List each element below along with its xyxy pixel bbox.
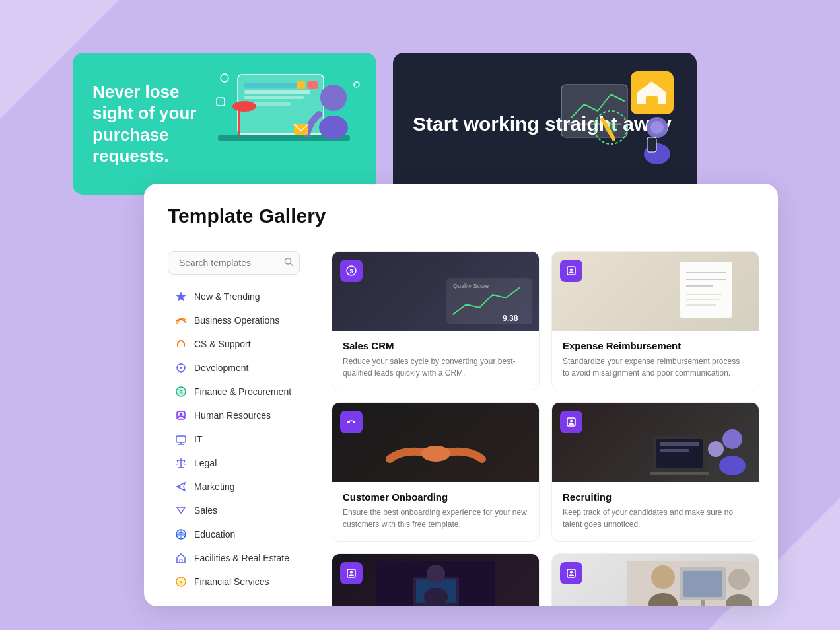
card-badge-customer-onboarding: [340, 411, 363, 433]
card-image-5: [332, 554, 539, 606]
card-image-customer-onboarding: [332, 403, 539, 482]
svg-point-11: [319, 116, 348, 139]
sidebar-item-finance[interactable]: $ Finance & Procurement: [168, 380, 300, 403]
sidebar-item-development[interactable]: Development: [168, 357, 300, 379]
template-card-expense[interactable]: Expense Reimbursement Standardize your e…: [551, 251, 759, 390]
svg-rect-29: [177, 344, 178, 347]
card-image-sales-crm: $ Quality Score 9.38: [332, 252, 539, 331]
sidebar-item-cs-support[interactable]: CS & Support: [168, 333, 300, 355]
nav-label-education: Education: [194, 529, 235, 540]
sidebar-item-legal[interactable]: Legal: [168, 452, 300, 474]
card-content-customer-onboarding: Customer Onboarding Ensure the best onbo…: [332, 482, 539, 541]
svg-point-13: [221, 74, 228, 82]
nav-label-cs-support: CS & Support: [194, 339, 251, 349]
template-card-customer-onboarding[interactable]: Customer Onboarding Ensure the best onbo…: [332, 402, 540, 542]
template-card-5[interactable]: [332, 553, 540, 606]
nav-label-development: Development: [194, 363, 249, 373]
svg-point-25: [650, 121, 664, 134]
svg-rect-94: [683, 571, 722, 597]
nav-icon-sales: [174, 504, 188, 517]
svg-point-32: [180, 367, 182, 369]
card-badge-sales-crm: $: [340, 260, 363, 282]
nav-label-sales: Sales: [194, 505, 217, 516]
nav-icon-cs-support: [174, 337, 188, 351]
svg-text:Quality Score: Quality Score: [453, 283, 489, 289]
svg-rect-95: [701, 600, 705, 606]
nav-label-legal: Legal: [194, 458, 217, 468]
template-card-6[interactable]: [551, 553, 759, 606]
card-badge-6: [560, 562, 582, 584]
svg-point-82: [708, 441, 724, 457]
svg-rect-1: [244, 83, 297, 88]
search-input[interactable]: [168, 251, 300, 275]
banner-left-illustration: [205, 53, 376, 195]
card-badge-recruiting: [560, 411, 582, 433]
svg-point-10: [320, 85, 347, 111]
nav-icon-financial-services: $: [174, 575, 188, 588]
svg-point-70: [353, 421, 355, 423]
sidebar-item-financial-services[interactable]: $ Financial Services: [168, 571, 300, 593]
svg-rect-3: [244, 96, 304, 99]
svg-text:$: $: [179, 389, 182, 396]
svg-point-99: [728, 569, 750, 590]
card-title-customer-onboarding: Customer Onboarding: [343, 491, 528, 503]
search-box[interactable]: [168, 251, 300, 275]
card-badge-expense: [560, 260, 582, 282]
sidebar-item-hr[interactable]: Human Resources: [168, 404, 300, 427]
sidebar-item-sales[interactable]: Sales: [168, 499, 300, 522]
card-desc-recruiting: Keep track of your candidates and make s…: [563, 507, 748, 530]
card-desc-sales-crm: Reduce your sales cycle by converting yo…: [343, 355, 528, 379]
svg-text:$: $: [349, 268, 353, 275]
svg-rect-30: [184, 344, 185, 347]
sidebar-item-new-trending[interactable]: New & Trending: [168, 285, 300, 308]
nav-icon-business-ops: [174, 314, 188, 327]
template-card-recruiting[interactable]: Recruiting Keep track of your candidates…: [551, 402, 759, 542]
nav-icon-marketing: [174, 480, 188, 493]
sidebar-item-facilities[interactable]: Facilities & Real Estate: [168, 547, 300, 569]
nav-icon-new-trending: [174, 290, 188, 303]
svg-point-61: [570, 269, 573, 271]
svg-rect-2: [244, 90, 310, 94]
svg-point-9: [232, 101, 256, 112]
nav-list: New & Trending Business Operations: [168, 285, 300, 593]
svg-point-88: [427, 565, 445, 583]
svg-text:$: $: [180, 580, 183, 586]
sidebar-item-business-ops[interactable]: Business Operations: [168, 309, 300, 332]
card-image-expense: [552, 252, 759, 331]
svg-text:9.38: 9.38: [503, 314, 518, 323]
svg-rect-17: [646, 96, 658, 104]
svg-point-14: [354, 82, 359, 87]
template-grid: $ Quality Score 9.38 Sales CRM Reduce yo…: [316, 251, 778, 606]
sidebar-item-it[interactable]: IT: [168, 428, 300, 450]
svg-line-28: [291, 263, 293, 266]
nav-label-marketing: Marketing: [194, 481, 234, 492]
svg-point-69: [347, 421, 350, 423]
template-card-sales-crm[interactable]: $ Quality Score 9.38 Sales CRM Reduce yo…: [332, 251, 540, 390]
svg-rect-77: [660, 442, 699, 446]
svg-rect-26: [647, 137, 656, 152]
svg-point-89: [424, 588, 448, 606]
gallery-panel: Template Gallery: [144, 184, 778, 606]
sidebar: New & Trending Business Operations: [144, 251, 316, 606]
nav-icon-finance: $: [174, 385, 188, 398]
search-icon: [284, 258, 293, 269]
svg-marker-48: [177, 508, 185, 513]
sidebar-item-education[interactable]: Education: [168, 523, 300, 545]
svg-point-84: [350, 571, 353, 574]
nav-icon-legal: [174, 456, 188, 470]
gallery-header: Template Gallery: [144, 184, 778, 251]
svg-point-40: [180, 413, 182, 416]
svg-point-91: [570, 571, 573, 574]
sidebar-item-marketing[interactable]: Marketing: [168, 475, 300, 498]
nav-label-hr: Human Resources: [194, 410, 271, 421]
card-badge-5: [340, 562, 363, 584]
nav-icon-facilities: [174, 551, 188, 565]
nav-icon-it: [174, 433, 188, 446]
svg-rect-15: [217, 98, 225, 106]
gallery-body: New & Trending Business Operations: [144, 251, 778, 606]
nav-icon-hr: [174, 409, 188, 422]
card-title-recruiting: Recruiting: [563, 491, 748, 503]
svg-point-81: [719, 456, 746, 475]
card-title-expense: Expense Reimbursement: [563, 340, 748, 351]
card-content-expense: Expense Reimbursement Standardize your e…: [552, 331, 759, 390]
